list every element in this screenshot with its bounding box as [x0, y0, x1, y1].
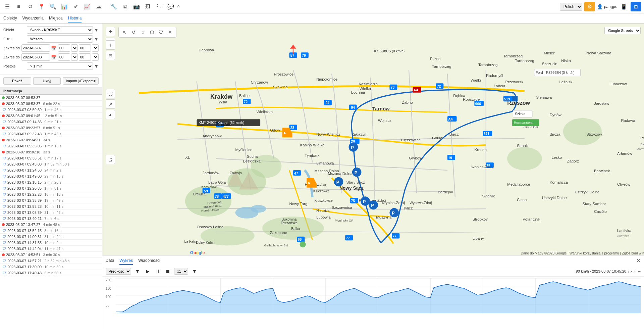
event-item[interactable]: 🛡2023-03-07 11:24:5824 min 2 s	[0, 167, 102, 173]
filter-expand-icon[interactable]: ▼	[94, 36, 99, 42]
object-expand-icon[interactable]: ▼	[94, 27, 99, 33]
map-circle-tool[interactable]: ○	[139, 28, 147, 36]
filter-select[interactable]: Wczoraj	[27, 35, 93, 43]
chart-type-select[interactable]: Prędkość	[106, 268, 131, 275]
time-from-m[interactable]	[79, 44, 91, 52]
event-item[interactable]: 2023-03-07 09:01:4512 min 51 s	[0, 113, 102, 119]
event-item[interactable]: 🛡2023-03-07 08:59:591 min 46 s	[0, 107, 102, 113]
chart-speed-down[interactable]: ▼	[191, 268, 198, 275]
chart-bar-icon[interactable]: 📊	[60, 2, 69, 11]
event-item[interactable]: 🛡2023-03-07 14:00:3131 min 24 s	[0, 234, 102, 240]
bottom-panel-close[interactable]: ✕	[636, 257, 641, 264]
event-item[interactable]: 🛡2023-03-07 17:30:0910 min 39 s	[0, 264, 102, 270]
map-pointer-tool[interactable]: ↖	[121, 28, 129, 36]
time-to-m[interactable]	[79, 53, 91, 61]
chart-stop-btn[interactable]: ⏹	[164, 268, 171, 275]
check-icon[interactable]: ✔	[71, 2, 80, 11]
map-print-btn[interactable]: 🖨	[106, 155, 115, 164]
event-item[interactable]: 🛡2023-03-07 14:31:5510 min 9 s	[0, 240, 102, 246]
tab-messages[interactable]: Wiadomości	[138, 257, 160, 265]
time-to-h-select[interactable]: ▲▼	[71, 53, 78, 61]
event-item[interactable]: 2023-03-07 08:53:37	[0, 95, 102, 101]
search-icon[interactable]: 🔍	[48, 2, 58, 11]
time-to-h[interactable]	[58, 53, 70, 61]
shield-icon[interactable]: 🛡	[155, 2, 164, 11]
chart-next-btn[interactable]: ›	[631, 269, 632, 274]
import-export-button[interactable]: Importuj/Eksportuj	[63, 77, 99, 85]
event-item[interactable]: 2023-03-07 08:53:376 min 22 s	[0, 101, 102, 107]
event-item[interactable]: 2023-03-07 09:36:1833 s	[0, 149, 102, 155]
event-item[interactable]: 2023-03-07 09:34:3134 s	[0, 137, 102, 143]
chart-minus-btn[interactable]: −	[638, 269, 641, 274]
pin-icon[interactable]: 📍	[37, 2, 46, 11]
tab-data[interactable]: Data	[106, 257, 114, 265]
time-from-h-select[interactable]: ▲▼	[71, 44, 78, 52]
map-container[interactable]: Kraków Tarnów Rzeszów Nowy Sącz Stary Są…	[102, 23, 644, 255]
tab-chart[interactable]: Wykres	[119, 257, 133, 265]
map-close-tool[interactable]: ✕	[166, 28, 174, 36]
map-type-select[interactable]: Google Streets	[604, 27, 641, 34]
event-item[interactable]: 🛡2023-03-07 12:18:152 min 20 s	[0, 179, 102, 185]
event-item[interactable]: 🛡2023-03-07 12:20:351 min 51 s	[0, 185, 102, 191]
event-item[interactable]: 🛡2023-03-07 09:35:051 min 13 s	[0, 143, 102, 149]
app-button[interactable]: ⊞	[631, 2, 641, 11]
zoom-in-button[interactable]: +	[106, 27, 115, 36]
event-item[interactable]: 🛡2023-03-07 17:40:486 min 50 s	[0, 270, 102, 276]
time-from-h[interactable]	[58, 44, 70, 52]
chart-prev-btn[interactable]: ‹	[628, 269, 629, 274]
tab-history[interactable]: Historia	[68, 14, 82, 22]
layers-icon[interactable]: ⧉	[120, 2, 130, 11]
event-item[interactable]: 🛡2023-03-07 13:08:3931 min 42 s	[0, 209, 102, 216]
time-from-m-select[interactable]: ▲▼	[92, 44, 99, 52]
event-item[interactable]: 🛡2023-03-07 09:45:081 h 39 min 50 s	[0, 161, 102, 167]
tab-places[interactable]: Miejsca	[49, 14, 63, 22]
date-from-field[interactable]	[21, 44, 50, 52]
map-polygon-tool[interactable]: ⬡	[148, 28, 156, 36]
cloud-icon[interactable]: ☁	[94, 2, 103, 11]
chart-speed-select[interactable]: x1	[174, 268, 188, 275]
bar-chart-icon[interactable]: 📈	[83, 2, 92, 11]
map-up-btn[interactable]: ▲	[106, 110, 115, 119]
event-item[interactable]: 🛡2023-03-07 11:49:0029 min 15 s	[0, 173, 102, 179]
chart-pause-btn[interactable]: ⏸	[154, 268, 161, 275]
event-item[interactable]: 🛡2023-03-07 09:14:369 min 21 s	[0, 119, 102, 125]
calendar-to-icon[interactable]: 📅	[51, 55, 56, 60]
object-select[interactable]: Skoda - KR639KE	[27, 26, 93, 34]
time-to-m-select[interactable]: ▲▼	[92, 53, 99, 61]
chart-svg[interactable]: 09:00 10:00 11:00 12:00 13:00 14:00 15:0…	[116, 278, 641, 314]
settings-button[interactable]: ⚙	[584, 2, 595, 11]
tab-objects[interactable]: Obiekty	[3, 14, 17, 22]
photo-icon[interactable]: 🖼	[143, 2, 153, 11]
event-item[interactable]: 2023-03-07 14:53:513 min 30 s	[0, 252, 102, 258]
north-arrow[interactable]: ↑	[106, 40, 115, 50]
chart-down-btn[interactable]: ▼	[134, 268, 141, 275]
tab-events[interactable]: Wydarzenia	[22, 14, 44, 22]
menu-icon[interactable]: ☰	[3, 2, 12, 11]
history-icon[interactable]: ↺	[25, 2, 35, 11]
stop-select[interactable]: > 1 min	[27, 62, 93, 70]
event-item[interactable]: 🛡2023-03-07 09:32:481 min 43 s	[0, 131, 102, 137]
event-item[interactable]: 🛡2023-03-07 13:52:158 min 16 s	[0, 228, 102, 234]
map-rotate-tool[interactable]: ↺	[130, 28, 138, 36]
hide-button[interactable]: Ukryj	[33, 77, 61, 85]
list-icon[interactable]: ≡	[14, 2, 23, 11]
camera-icon[interactable]: 📷	[132, 2, 141, 11]
map-tool2[interactable]: ↗	[106, 99, 115, 109]
calendar-from-icon[interactable]: 📅	[51, 46, 56, 51]
event-item[interactable]: 🛡2023-03-07 12:22:2616 min 13 s	[0, 191, 102, 197]
map-shield-tool[interactable]: 🛡	[157, 28, 165, 36]
show-button[interactable]: Pokaż	[3, 77, 31, 85]
language-select[interactable]: Polish	[560, 3, 582, 11]
wrench-icon[interactable]: 🔧	[109, 2, 118, 11]
chat-icon[interactable]: 💬	[166, 2, 175, 11]
event-item[interactable]: 🛡2023-03-07 13:40:217 min 6 s	[0, 216, 102, 222]
chart-play-btn[interactable]: ▶	[144, 268, 151, 275]
event-item[interactable]: 🛡2023-03-07 14:42:0411 min 47 s	[0, 246, 102, 252]
map-layers-btn[interactable]: ⊟	[106, 51, 115, 60]
event-item[interactable]: 🛡2023-03-07 12:58:2810 min 11 s	[0, 203, 102, 209]
stop-expand-icon[interactable]: ▼	[94, 63, 99, 69]
mobile-icon[interactable]: 📱	[619, 2, 629, 11]
event-item[interactable]: 🛡2023-03-07 14:57:212 h 32 min 48 s	[0, 258, 102, 264]
event-item[interactable]: 🛡2023-03-07 12:38:3919 min 49 s	[0, 197, 102, 203]
event-item[interactable]: 🛡2023-03-07 09:36:518 min 17 s	[0, 155, 102, 161]
